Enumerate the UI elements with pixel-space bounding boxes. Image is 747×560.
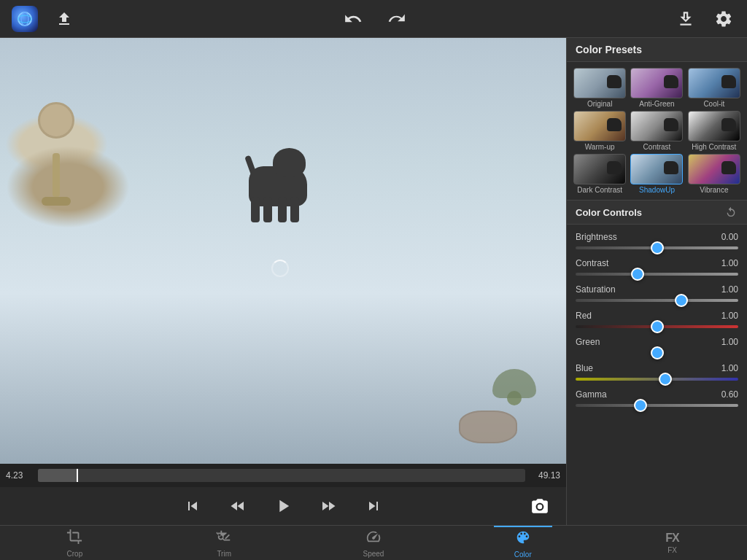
step-back-button[interactable] xyxy=(226,494,249,518)
play-button[interactable] xyxy=(271,494,295,518)
playback-buttons xyxy=(38,494,528,518)
main-area: 4.23 49.13 xyxy=(0,38,747,525)
gamma-control: Gamma 0.60 xyxy=(567,385,747,411)
contrast-slider[interactable] xyxy=(576,273,738,276)
contrast-value: 1.00 xyxy=(721,258,738,268)
preset-thumb-highcontrast xyxy=(688,111,740,141)
tab-trim[interactable]: Trim xyxy=(195,526,253,560)
timeline[interactable]: 4.23 49.13 xyxy=(0,464,566,487)
brightness-thumb[interactable] xyxy=(651,241,664,254)
green-top: Green 1.00 xyxy=(576,337,738,347)
blue-value: 1.00 xyxy=(721,363,738,373)
video-background xyxy=(0,38,566,464)
tab-speed[interactable]: Speed xyxy=(344,526,403,560)
red-top: Red 1.00 xyxy=(576,311,738,321)
saturation-value: 1.00 xyxy=(721,284,738,295)
saturation-control: Saturation 1.00 xyxy=(567,280,747,306)
preset-label-shadowup: ShadowUp xyxy=(639,186,675,194)
blue-control: Blue 1.00 xyxy=(567,359,747,385)
tab-crop-label: Crop xyxy=(67,550,83,558)
green-label: Green xyxy=(576,337,600,347)
reset-button[interactable] xyxy=(724,205,738,219)
preset-thumb-vibrance xyxy=(688,154,740,184)
blue-thumb[interactable] xyxy=(659,373,672,386)
saturation-label: Saturation xyxy=(576,284,616,295)
toolbar-left xyxy=(12,6,76,32)
toolbar-center xyxy=(341,7,409,31)
preset-thumb-original xyxy=(573,68,626,98)
settings-button[interactable] xyxy=(712,7,735,31)
preset-label-warmup: Warm-up xyxy=(585,143,615,151)
preset-thumb-coolit xyxy=(688,68,740,98)
undo-button[interactable] xyxy=(341,7,365,31)
top-toolbar xyxy=(0,0,747,38)
preset-highcontrast[interactable]: High Contrast xyxy=(687,111,741,151)
toolbar-right xyxy=(674,7,735,31)
red-control: Red 1.00 xyxy=(567,306,747,332)
contrast-control: Contrast 1.00 xyxy=(567,254,747,280)
timeline-fill xyxy=(38,469,77,482)
preset-shadowup[interactable]: ShadowUp xyxy=(630,154,684,194)
preset-original[interactable]: Original xyxy=(573,68,627,108)
dog-silhouette xyxy=(238,144,318,232)
preset-darkcontrast[interactable]: Dark Contrast xyxy=(573,154,627,194)
preset-label-coolit: Cool-it xyxy=(703,100,724,108)
tab-trim-label: Trim xyxy=(217,550,231,558)
video-viewport[interactable] xyxy=(0,38,566,464)
redo-button[interactable] xyxy=(385,7,409,31)
gamma-slider[interactable] xyxy=(576,404,738,407)
blue-label: Blue xyxy=(576,363,593,373)
preset-antigreen[interactable]: Anti-Green xyxy=(630,68,684,108)
color-controls-header: Color Controls xyxy=(567,201,747,225)
color-icon xyxy=(515,529,531,549)
goto-end-button[interactable] xyxy=(362,494,385,518)
blue-slider[interactable] xyxy=(576,378,738,381)
pot xyxy=(455,411,521,451)
export-button[interactable] xyxy=(674,7,697,31)
timeline-playhead[interactable] xyxy=(77,469,78,482)
preset-label-vibrance: Vibrance xyxy=(700,186,728,194)
gamma-thumb[interactable] xyxy=(634,399,647,412)
brightness-control: Brightness 0.00 xyxy=(567,228,747,254)
green-slider[interactable] xyxy=(576,351,738,354)
step-forward-button[interactable] xyxy=(317,494,340,518)
preset-warmup[interactable]: Warm-up xyxy=(573,111,627,151)
preset-label-contrast: Contrast xyxy=(643,143,671,151)
controls-list: Brightness 0.00 Contrast 1.00 xyxy=(567,225,747,525)
crop-icon xyxy=(66,529,82,548)
tab-fx-label: FX xyxy=(667,546,677,554)
goto-start-button[interactable] xyxy=(181,494,204,518)
tab-fx[interactable]: FX FX xyxy=(643,526,702,560)
preset-vibrance[interactable]: Vibrance xyxy=(687,154,741,194)
red-slider[interactable] xyxy=(576,325,738,328)
brightness-slider[interactable] xyxy=(576,246,738,249)
red-label: Red xyxy=(576,311,592,321)
blue-top: Blue 1.00 xyxy=(576,363,738,373)
screenshot-button[interactable] xyxy=(528,494,551,518)
green-control: Green 1.00 xyxy=(567,332,747,359)
import-button[interactable] xyxy=(53,7,76,31)
presets-title: Color Presets xyxy=(576,44,642,55)
snow-scene xyxy=(0,38,566,464)
red-thumb[interactable] xyxy=(651,320,664,333)
preset-label-original: Original xyxy=(587,100,612,108)
contrast-thumb[interactable] xyxy=(631,268,644,281)
fx-icon: FX xyxy=(665,532,678,545)
contrast-top: Contrast 1.00 xyxy=(576,258,738,268)
preset-contrast[interactable]: Contrast xyxy=(630,111,684,151)
green-thumb[interactable] xyxy=(651,346,664,359)
preset-label-highcontrast: High Contrast xyxy=(692,143,736,151)
svg-point-0 xyxy=(18,12,31,26)
saturation-thumb[interactable] xyxy=(675,294,688,307)
gamma-value: 0.60 xyxy=(721,389,738,400)
current-time: 4.23 xyxy=(6,470,32,481)
tab-color[interactable]: Color xyxy=(494,526,552,560)
color-controls-title: Color Controls xyxy=(576,207,642,218)
gamma-top: Gamma 0.60 xyxy=(576,389,738,400)
timeline-track[interactable] xyxy=(38,469,525,482)
tab-crop[interactable]: Crop xyxy=(45,526,104,560)
saturation-slider[interactable] xyxy=(576,299,738,302)
tab-speed-label: Speed xyxy=(363,550,384,558)
video-panel: 4.23 49.13 xyxy=(0,38,566,525)
preset-coolit[interactable]: Cool-it xyxy=(687,68,741,108)
